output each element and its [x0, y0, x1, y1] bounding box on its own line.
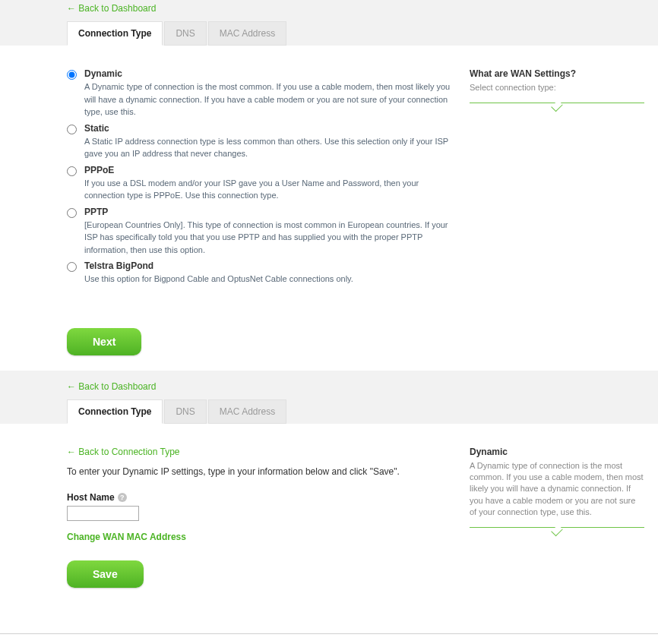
- sidebar-title-2: Dynamic: [470, 447, 644, 457]
- option-desc: A Dynamic type of connection is the most…: [84, 80, 454, 118]
- tabs-2: Connection Type DNS MAC Address: [0, 399, 658, 424]
- caption-text: A host name is generally not required. H…: [0, 633, 658, 645]
- option-desc: If you use a DSL modem and/or your ISP g…: [84, 177, 454, 202]
- connection-type-options: Dynamic A Dynamic type of connection is …: [67, 68, 454, 290]
- option-pptp: PPTP [European Countries Only]. This typ…: [67, 207, 454, 257]
- option-title: PPTP: [84, 207, 454, 217]
- sidebar-text-2: A Dynamic type of connection is the most…: [470, 460, 644, 519]
- tabs-1: Connection Type DNS MAC Address: [0, 21, 658, 46]
- sidebar-divider-2: [470, 527, 644, 528]
- screen1-sidebar: What are WAN Settings? Select connection…: [470, 68, 644, 290]
- next-button[interactable]: Next: [67, 328, 141, 355]
- tab-mac-address-2[interactable]: MAC Address: [208, 399, 286, 424]
- host-name-label-text: Host Name: [67, 492, 115, 503]
- dynamic-settings-form: ← Back to Connection Type To enter your …: [67, 447, 454, 603]
- tab-connection-type-2[interactable]: Connection Type: [67, 399, 163, 424]
- screen2-sidebar: Dynamic A Dynamic type of connection is …: [470, 447, 644, 603]
- back-to-dashboard-link-2[interactable]: ← Back to Dashboard: [0, 371, 156, 399]
- option-title: Dynamic: [84, 68, 454, 79]
- change-wan-mac-link[interactable]: Change WAN MAC Address: [67, 532, 186, 542]
- option-telstra: Telstra BigPond Use this option for Bigp…: [67, 260, 454, 286]
- tab-mac-address[interactable]: MAC Address: [208, 21, 286, 46]
- tab-dns-2[interactable]: DNS: [164, 399, 206, 424]
- radio-telstra[interactable]: [67, 262, 77, 272]
- sidebar-title: What are WAN Settings?: [470, 68, 644, 79]
- back-to-connection-type-link[interactable]: ← Back to Connection Type: [67, 447, 180, 457]
- option-desc: A Static IP address connection type is l…: [84, 135, 454, 160]
- back-to-dashboard-link[interactable]: ← Back to Dashboard: [0, 0, 156, 21]
- instructions-text: To enter your Dynamic IP settings, type …: [67, 466, 454, 477]
- option-title: PPPoE: [84, 165, 454, 175]
- option-pppoe: PPPoE If you use a DSL modem and/or your…: [67, 165, 454, 202]
- radio-pppoe[interactable]: [67, 166, 77, 176]
- option-static: Static A Static IP address connection ty…: [67, 123, 454, 160]
- radio-dynamic[interactable]: [67, 70, 77, 80]
- radio-static[interactable]: [67, 125, 77, 134]
- tab-connection-type[interactable]: Connection Type: [67, 21, 163, 46]
- host-name-label: Host Name ?: [67, 492, 454, 503]
- save-button[interactable]: Save: [67, 560, 144, 588]
- screen2-content: ← Back to Connection Type To enter your …: [0, 424, 658, 618]
- help-icon[interactable]: ?: [118, 493, 127, 502]
- option-dynamic: Dynamic A Dynamic type of connection is …: [67, 68, 454, 118]
- tab-dns[interactable]: DNS: [164, 21, 206, 46]
- option-title: Static: [84, 123, 454, 134]
- screen1-content: Dynamic A Dynamic type of connection is …: [0, 46, 658, 305]
- screen2-header: ← Back to Dashboard Connection Type DNS …: [0, 371, 658, 424]
- sidebar-divider: [470, 103, 644, 103]
- option-title: Telstra BigPond: [84, 260, 454, 271]
- sidebar-text: Select connection type:: [470, 82, 644, 93]
- host-name-input[interactable]: [67, 506, 139, 521]
- option-desc: Use this option for Bigpond Cable and Op…: [84, 273, 454, 286]
- option-desc: [European Countries Only]. This type of …: [84, 219, 454, 257]
- radio-pptp[interactable]: [67, 208, 77, 218]
- screen1-header: ← Back to Dashboard Connection Type DNS …: [0, 0, 658, 46]
